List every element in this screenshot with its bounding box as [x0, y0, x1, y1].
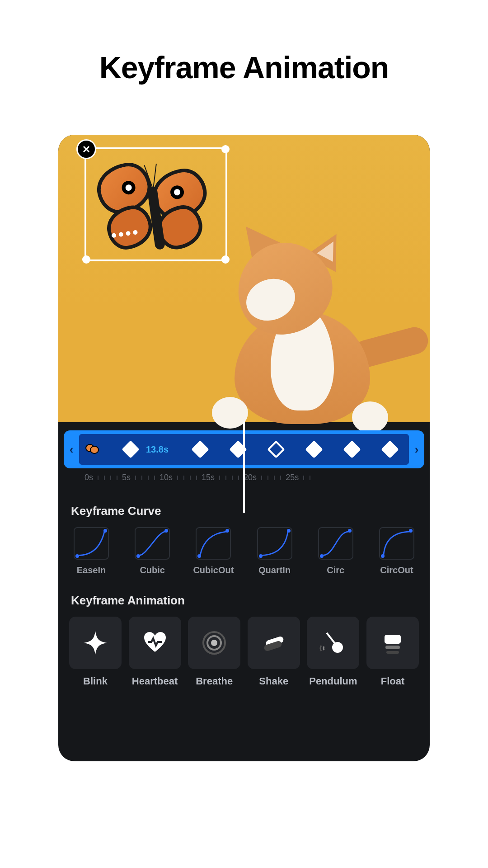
ruler-label: 5s: [122, 473, 131, 482]
sticker-selection-box[interactable]: [84, 147, 227, 261]
sparkle-icon: [82, 629, 109, 656]
float-layers-icon: [379, 629, 406, 656]
heartbeat-icon: [141, 629, 169, 656]
ruler-label: 10s: [160, 473, 173, 482]
curve-label: EaseIn: [77, 565, 106, 576]
page-title: Keyframe Animation: [99, 50, 389, 85]
curve-option-easein[interactable]: EaseIn: [69, 527, 113, 576]
svg-rect-8: [385, 646, 400, 649]
timeline-prev-button[interactable]: ‹: [64, 430, 79, 468]
section-title: Keyframe Animation: [71, 594, 419, 608]
curve-label: CircOut: [380, 565, 413, 576]
resize-handle-bl[interactable]: [82, 255, 90, 264]
easein-curve-icon: [77, 531, 105, 556]
curve-option-circ[interactable]: Circ: [314, 527, 358, 576]
keyframe-marker[interactable]: [305, 440, 323, 458]
curve-option-circout[interactable]: CircOut: [375, 527, 419, 576]
concentric-circles-icon: [201, 629, 228, 656]
svg-rect-7: [385, 635, 401, 644]
curve-label: Cubic: [140, 565, 165, 576]
section-title: Keyframe Curve: [71, 504, 419, 518]
curve-option-quartin[interactable]: QuartIn: [253, 527, 297, 576]
shake-icon: [260, 629, 287, 656]
playhead[interactable]: [243, 422, 245, 513]
anim-label: Float: [381, 675, 405, 687]
quartin-curve-icon: [261, 531, 289, 556]
anim-label: Blink: [83, 675, 108, 687]
resize-handle-br[interactable]: [221, 255, 230, 264]
keyframe-animation-section: Keyframe Animation Blink Heartbeat Breat…: [58, 580, 430, 692]
keyframe-marker[interactable]: [381, 440, 399, 458]
ruler-label: 25s: [286, 473, 299, 482]
anim-preset-pendulum[interactable]: Pendulum: [307, 617, 359, 687]
anim-label: Pendulum: [309, 675, 357, 687]
anim-preset-heartbeat[interactable]: Heartbeat: [129, 617, 181, 687]
keyframe-marker[interactable]: [191, 440, 209, 458]
clip-thumbnail-icon: [85, 444, 99, 455]
close-icon: [82, 145, 91, 154]
svg-point-6: [332, 642, 343, 653]
anim-preset-float[interactable]: Float: [366, 617, 419, 687]
current-time-label: 13.8s: [146, 444, 169, 455]
anim-preset-breathe[interactable]: Breathe: [188, 617, 240, 687]
anim-label: Breathe: [196, 675, 233, 687]
pendulum-icon: [319, 629, 347, 656]
curve-option-cubicout[interactable]: CubicOut: [191, 527, 235, 576]
preview-canvas[interactable]: [58, 135, 430, 422]
resize-handle-tr[interactable]: [221, 145, 230, 153]
curve-option-cubic[interactable]: Cubic: [130, 527, 174, 576]
circ-curve-icon: [322, 531, 350, 556]
delete-sticker-button[interactable]: [76, 139, 96, 159]
keyframe-marker[interactable]: [122, 440, 140, 458]
cat-image: [194, 216, 420, 424]
curve-label: Circ: [327, 565, 344, 576]
ruler-label: 15s: [202, 473, 215, 482]
svg-point-2: [211, 640, 217, 646]
butterfly-sticker[interactable]: [94, 152, 219, 262]
anim-preset-shake[interactable]: Shake: [248, 617, 300, 687]
keyframe-marker[interactable]: [343, 440, 361, 458]
ruler-label: 20s: [244, 473, 257, 482]
svg-rect-9: [386, 651, 399, 654]
curve-label: CubicOut: [193, 565, 234, 576]
timeline-next-button[interactable]: ›: [409, 430, 424, 468]
keyframe-marker-active[interactable]: [267, 440, 285, 458]
ruler-label: 0s: [84, 473, 93, 482]
anim-label: Heartbeat: [132, 675, 178, 687]
app-screen: ‹ › 13.8s 0s 5s 10s 15s 20s: [58, 135, 430, 761]
anim-label: Shake: [259, 675, 288, 687]
anim-preset-blink[interactable]: Blink: [69, 617, 122, 687]
circout-curve-icon: [383, 531, 411, 556]
timeline-panel: ‹ › 13.8s 0s 5s 10s 15s 20s: [58, 422, 430, 491]
cubic-curve-icon: [138, 531, 166, 556]
curve-label: QuartIn: [258, 565, 291, 576]
cubicout-curve-icon: [199, 531, 227, 556]
